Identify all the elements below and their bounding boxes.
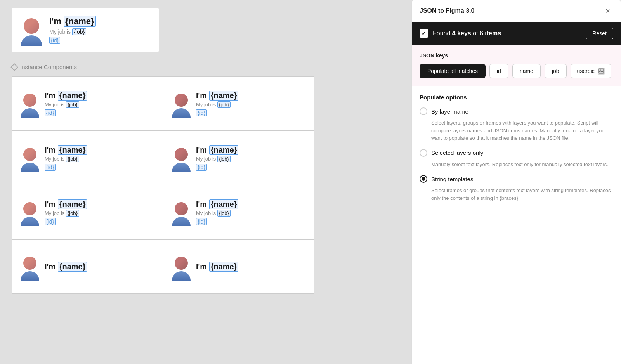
card-content: I'm {name} My job is {job} {id} [45, 145, 87, 171]
avatar [20, 257, 40, 277]
card-link: {id} [45, 109, 87, 116]
card-title: I'm {name} [196, 91, 238, 101]
radio-selected-layers[interactable] [420, 149, 427, 157]
option-desc-string-templates: Select frames or groups that contents te… [420, 187, 613, 202]
found-items-count: 6 items [480, 30, 501, 36]
section-label-text: Instance Components [20, 64, 77, 70]
populate-all-button[interactable]: Populate all matches [420, 64, 486, 78]
card-title: I'm {name} [45, 91, 87, 101]
key-id-button[interactable]: id [489, 64, 508, 78]
card-content: I'm {name} [196, 262, 238, 272]
job-token: {job} [66, 210, 79, 217]
json-keys-section: JSON keys Populate all matches id name j… [412, 45, 621, 86]
card-subtitle: My job is {job} [45, 101, 87, 108]
avatar [171, 148, 191, 168]
card-subtitle: My job is {job} [45, 156, 87, 162]
card-content: I'm {name} My job is {job} {id} [45, 91, 87, 116]
found-text: Found 4 keys of 6 items [433, 30, 581, 37]
found-keys-count: 4 keys [452, 30, 471, 36]
card-title: I'm {name} [196, 262, 238, 272]
card-link: {id} [196, 109, 238, 116]
instance-card: I'm {name} My job is {job} {id} [12, 76, 163, 131]
card-link: {id} [196, 218, 238, 225]
card-content: I'm {name} [45, 262, 87, 272]
option-row-string-templates: String templates [420, 175, 613, 183]
avatar [20, 148, 40, 168]
master-subtitle: My job is {job} [49, 28, 96, 35]
option-label-layer-name: By layer name [431, 108, 468, 115]
card-content: I'm {name} My job is {job} {id} [196, 91, 238, 116]
name-token: {name} [64, 16, 96, 27]
card-content: I'm {name} My job is {job} {id} [196, 199, 238, 225]
close-button[interactable]: × [602, 5, 613, 16]
key-userpic-button[interactable]: userpic [571, 64, 611, 78]
keys-row: Populate all matches id name job userpic [420, 64, 613, 78]
radio-dot [422, 177, 425, 181]
name-token: {name} [209, 199, 239, 209]
option-desc-selected-layers: Manualy select text layers. Replaces tex… [420, 161, 613, 168]
job-token: {job} [217, 101, 231, 108]
card-title: I'm {name} [45, 199, 87, 209]
avatar [20, 18, 43, 42]
instance-card: I'm {name} My job is {job} {id} [12, 185, 163, 239]
id-token: {id} [196, 164, 207, 171]
name-token: {name} [58, 199, 87, 209]
svg-point-1 [600, 69, 601, 71]
master-card: I'm {name} My job is {job} {id} [12, 8, 159, 52]
instance-card: I'm {name} My job is {job} {id} [163, 76, 314, 131]
instance-card: I'm {name} My job is {job} {id} [12, 131, 163, 185]
found-banner: ✓ Found 4 keys of 6 items Reset [412, 22, 621, 45]
name-token: {name} [209, 145, 239, 155]
radio-string-templates[interactable] [420, 175, 427, 183]
card-subtitle: My job is {job} [196, 210, 238, 217]
reset-button[interactable]: Reset [586, 28, 613, 39]
option-row-selected-layers: Selected layers only [420, 149, 613, 157]
job-token: {job} [217, 210, 231, 217]
name-token: {name} [209, 262, 239, 272]
panel-title: JSON to Figma 3.0 [420, 7, 474, 14]
avatar [20, 202, 40, 222]
option-label-selected-layers: Selected layers only [431, 149, 483, 156]
panel-header: JSON to Figma 3.0 × [412, 0, 621, 22]
id-token: {id} [45, 109, 56, 116]
name-token: {name} [58, 262, 87, 272]
card-content: I'm {name} My job is {job} {id} [196, 145, 238, 171]
avatar [171, 257, 191, 277]
instance-card: I'm {name} My job is {job} {id} [163, 185, 314, 239]
card-content: I'm {name} My job is {job} {id} [45, 199, 87, 225]
job-token: {job} [66, 156, 79, 162]
card-link: {id} [45, 218, 87, 225]
job-token: {job} [72, 28, 86, 35]
checkbox-icon: ✓ [420, 29, 428, 38]
job-token: {job} [66, 101, 79, 108]
id-token: {id} [45, 218, 56, 225]
card-title: I'm {name} [45, 145, 87, 155]
key-job-button[interactable]: job [545, 64, 567, 78]
name-token: {name} [209, 91, 239, 101]
checkmark-icon: ✓ [422, 30, 426, 36]
card-subtitle: My job is {job} [196, 101, 238, 108]
instance-components-label: Instance Components [12, 64, 400, 70]
card-subtitle: My job is {job} [196, 156, 238, 162]
id-token: {id} [196, 218, 207, 225]
userpic-label: userpic [577, 68, 595, 74]
card-link: {id} [45, 164, 87, 171]
option-desc-layer-name: Select layers, groups or frames with lay… [420, 119, 613, 142]
master-link: {id} [49, 37, 96, 44]
key-name-button[interactable]: name [512, 64, 541, 78]
option-row-layer-name: By layer name [420, 107, 613, 115]
master-card-text: I'm {name} My job is {job} {id} [49, 16, 96, 44]
card-title: I'm {name} [196, 199, 238, 209]
id-token: {id} [49, 37, 60, 44]
instance-card: I'm {name} [163, 239, 314, 294]
option-label-string-templates: String templates [431, 176, 473, 182]
card-title: I'm {name} [45, 262, 87, 272]
populate-options-section: Populate options By layer name Select la… [412, 86, 621, 364]
populate-options-title: Populate options [420, 94, 613, 101]
plugin-panel: JSON to Figma 3.0 × ✓ Found 4 keys of 6 … [411, 0, 621, 364]
name-token: {name} [58, 145, 87, 155]
instance-card: I'm {name} [12, 239, 163, 294]
radio-by-layer-name[interactable] [420, 107, 427, 115]
svg-rect-0 [599, 69, 604, 73]
name-token: {name} [58, 91, 87, 101]
